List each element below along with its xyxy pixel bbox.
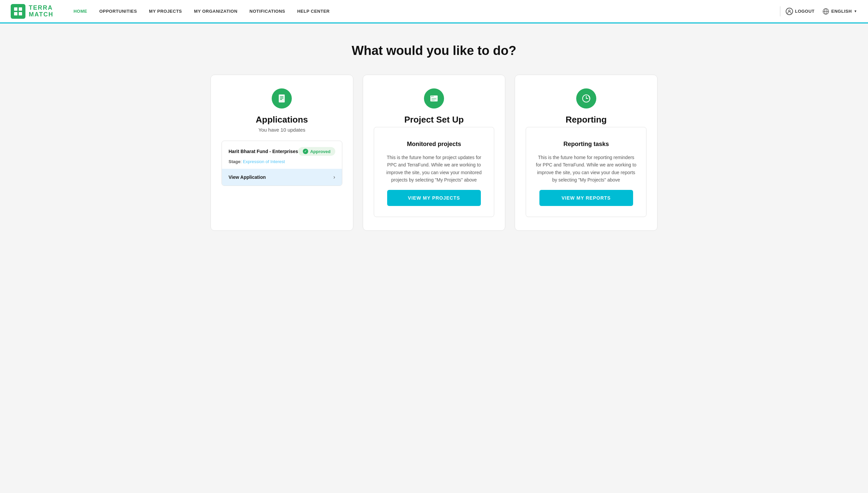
reporting-tasks-desc: This is the future home for reporting re… xyxy=(535,154,637,184)
svg-rect-0 xyxy=(14,7,17,11)
logo-terra: TERRA xyxy=(29,5,53,12)
svg-point-4 xyxy=(789,10,790,12)
svg-rect-1 xyxy=(14,12,17,16)
svg-point-14 xyxy=(431,96,432,97)
applications-updates: You have 10 updates xyxy=(258,127,305,133)
approved-badge-label: Approved xyxy=(310,149,330,154)
applications-title: Applications xyxy=(256,114,308,125)
svg-point-15 xyxy=(433,96,433,97)
monitored-projects-desc: This is the future home for project upda… xyxy=(384,154,485,184)
nav-my-projects[interactable]: MY PROJECTS xyxy=(149,9,182,14)
logout-icon xyxy=(786,8,793,15)
approved-badge: ✓ Approved xyxy=(298,147,335,156)
app-item-stage: Stage: Expression of Interest xyxy=(222,159,342,169)
view-application-button[interactable]: View Application › xyxy=(222,169,342,186)
page-title: What would you like to do? xyxy=(210,44,658,58)
chevron-right-icon: › xyxy=(333,174,335,180)
svg-rect-3 xyxy=(19,12,22,16)
application-item: Harit Bharat Fund - Enterprises ✓ Approv… xyxy=(222,141,342,186)
monitored-projects-title: Monitored projects xyxy=(407,141,461,148)
nav-links: HOME OPPORTUNITIES MY PROJECTS MY ORGANI… xyxy=(74,9,775,14)
applications-icon-circle xyxy=(272,88,292,108)
logo-icon xyxy=(11,4,25,19)
reporting-icon-circle xyxy=(576,88,596,108)
stage-label: Stage xyxy=(229,159,240,164)
globe-icon xyxy=(822,8,829,15)
view-my-projects-button[interactable]: VIEW MY PROJECTS xyxy=(387,190,481,206)
nav-divider xyxy=(780,6,780,16)
chevron-down-icon: ▼ xyxy=(854,9,857,13)
svg-rect-2 xyxy=(19,7,22,11)
nav-my-organization[interactable]: MY ORGANIZATION xyxy=(194,9,237,14)
logout-button[interactable]: LOGOUT xyxy=(786,8,815,15)
reporting-tasks-title: Reporting tasks xyxy=(564,141,609,148)
logo-text: TERRA MATCH xyxy=(29,5,53,18)
svg-rect-16 xyxy=(432,99,436,99)
main-content: What would you like to do? Applications … xyxy=(200,23,668,244)
logo-match: MATCH xyxy=(29,12,53,18)
applications-card: Applications You have 10 updates Harit B… xyxy=(210,75,353,231)
app-item-name: Harit Bharat Fund - Enterprises xyxy=(229,149,298,154)
nav-help-center[interactable]: HELP CENTER xyxy=(297,9,329,14)
stage-value: Expression of Interest xyxy=(243,159,285,164)
reporting-inner-card: Reporting tasks This is the future home … xyxy=(526,127,646,217)
project-setup-icon-circle xyxy=(424,88,444,108)
navbar: TERRA MATCH HOME OPPORTUNITIES MY PROJEC… xyxy=(0,0,868,23)
logo[interactable]: TERRA MATCH xyxy=(11,4,53,19)
reporting-card: Reporting Reporting tasks This is the fu… xyxy=(515,75,658,231)
nav-home[interactable]: HOME xyxy=(74,9,87,14)
cards-row: Applications You have 10 updates Harit B… xyxy=(210,75,658,231)
approved-badge-icon: ✓ xyxy=(303,149,308,154)
view-my-reports-button[interactable]: VIEW MY REPORTS xyxy=(540,190,633,206)
language-button[interactable]: ENGLISH ▼ xyxy=(822,8,857,15)
nav-right: LOGOUT ENGLISH ▼ xyxy=(786,8,857,15)
project-setup-card: Project Set Up Monitored projects This i… xyxy=(363,75,506,231)
language-label: ENGLISH xyxy=(831,9,852,14)
reporting-title: Reporting xyxy=(566,114,607,125)
view-application-label: View Application xyxy=(229,174,266,180)
logout-label: LOGOUT xyxy=(795,9,815,14)
project-setup-title: Project Set Up xyxy=(404,114,464,125)
project-setup-inner-card: Monitored projects This is the future ho… xyxy=(374,127,495,217)
svg-rect-17 xyxy=(432,100,435,101)
app-item-header: Harit Bharat Fund - Enterprises ✓ Approv… xyxy=(222,141,342,159)
nav-opportunities[interactable]: OPPORTUNITIES xyxy=(99,9,137,14)
nav-notifications[interactable]: NOTIFICATIONS xyxy=(250,9,285,14)
